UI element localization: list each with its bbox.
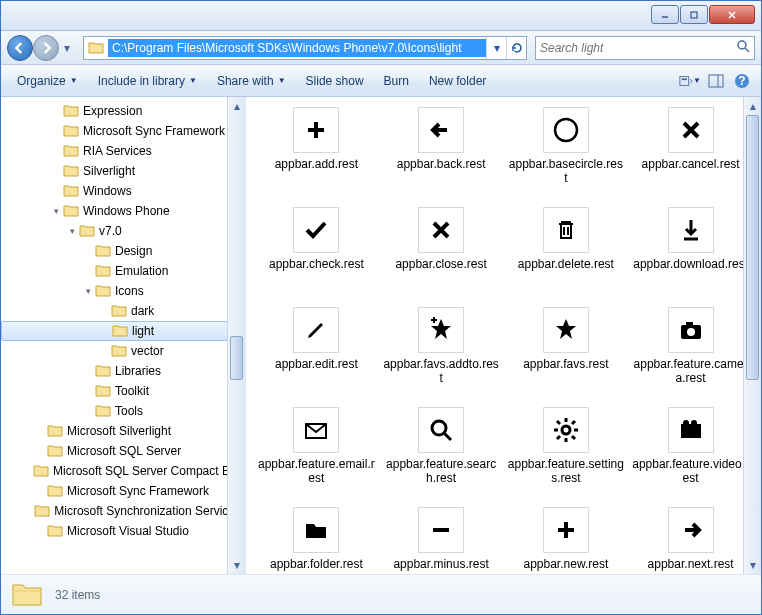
file-name: appbar.favs.rest [519,357,612,371]
tree-scrollbar[interactable]: ▴ ▾ [227,97,245,574]
tree-item[interactable]: RIA Services [1,141,245,161]
tree-item[interactable]: Emulation [1,261,245,281]
file-item[interactable]: appbar.delete.rest [504,205,629,305]
tree-label: v7.0 [99,224,122,238]
file-item[interactable]: appbar.download.rest [628,205,753,305]
view-options-button[interactable]: ▼ [679,70,701,92]
folder-icon [111,343,127,359]
tree-item[interactable]: vector [1,341,245,361]
file-item[interactable]: appbar.close.rest [379,205,504,305]
svg-point-2 [738,41,746,49]
file-thumbnail [418,407,464,453]
chevron-down-icon: ▼ [70,76,78,85]
tree-item[interactable]: Microsoft Silverlight [1,421,245,441]
maximize-button[interactable] [680,5,708,24]
tree-item[interactable]: Microsoft SQL Server Compact Edition [1,461,245,481]
burn-button[interactable]: Burn [376,70,417,92]
scroll-down-button[interactable]: ▾ [228,556,245,574]
file-thumbnail [543,407,589,453]
tree-item[interactable]: Microsoft Visual Studio [1,521,245,541]
folder-icon [86,38,106,58]
tree-item[interactable]: Microsoft Synchronization Services [1,501,245,521]
file-item[interactable]: appbar.cancel.rest [628,105,753,205]
file-item[interactable]: appbar.feature.settings.rest [504,405,629,505]
file-item[interactable]: appbar.edit.rest [254,305,379,405]
file-name: appbar.delete.rest [514,257,618,271]
file-name: appbar.back.rest [393,157,490,171]
search-icon[interactable] [736,39,750,56]
tree-item[interactable]: Libraries [1,361,245,381]
tree-item[interactable]: Windows [1,181,245,201]
scroll-up-button[interactable]: ▴ [228,97,245,115]
new-folder-button[interactable]: New folder [421,70,494,92]
tree-label: Emulation [115,264,168,278]
minimize-button[interactable] [651,5,679,24]
tree-item[interactable]: Microsoft SQL Server [1,441,245,461]
preview-pane-button[interactable] [705,70,727,92]
file-item[interactable]: appbar.feature.camera.rest [628,305,753,405]
refresh-button[interactable] [506,37,526,59]
tree-item[interactable]: ▾v7.0 [1,221,245,241]
tree-item[interactable]: Silverlight [1,161,245,181]
close-button[interactable] [709,5,755,24]
file-item[interactable]: appbar.basecircle.rest [504,105,629,205]
grid-scrollbar[interactable]: ▴ ▾ [743,97,761,574]
tree-label: Microsoft Sync Framework [67,484,209,498]
file-item[interactable]: appbar.feature.email.rest [254,405,379,505]
tree-item[interactable]: Design [1,241,245,261]
folder-tree[interactable]: ExpressionMicrosoft Sync FrameworkRIA Se… [1,97,246,574]
search-input[interactable] [540,41,736,55]
status-bar: 32 items [1,574,761,614]
file-thumbnail [668,507,714,553]
file-item[interactable]: appbar.check.rest [254,205,379,305]
back-button[interactable] [7,35,33,61]
share-label: Share with [217,74,274,88]
scroll-thumb[interactable] [746,115,759,380]
file-name: appbar.check.rest [265,257,368,271]
address-dropdown[interactable]: ▾ [486,37,506,59]
scroll-up-button[interactable]: ▴ [744,97,761,115]
scroll-thumb[interactable] [230,336,243,380]
file-name: appbar.feature.camera.rest [628,357,753,385]
file-item[interactable]: appbar.back.rest [379,105,504,205]
file-item[interactable]: appbar.add.rest [254,105,379,205]
content-area: ExpressionMicrosoft Sync FrameworkRIA Se… [1,97,761,574]
include-library-button[interactable]: Include in library▼ [90,70,205,92]
tree-item[interactable]: dark [1,301,245,321]
nav-history-dropdown[interactable]: ▾ [59,41,75,55]
expand-toggle[interactable]: ▾ [81,286,95,296]
file-name: appbar.feature.video.rest [628,457,753,485]
file-item[interactable]: appbar.feature.search.rest [379,405,504,505]
tree-item[interactable]: ▾Icons [1,281,245,301]
tree-item[interactable]: Expression [1,101,245,121]
forward-button[interactable] [33,35,59,61]
search-box[interactable] [535,36,755,60]
file-item[interactable]: appbar.favs.rest [504,305,629,405]
expand-toggle[interactable]: ▾ [49,206,63,216]
folder-icon [95,403,111,419]
tree-item[interactable]: light [1,321,245,341]
slideshow-button[interactable]: Slide show [298,70,372,92]
tree-item[interactable]: Tools [1,401,245,421]
address-bar[interactable]: C:\Program Files\Microsoft SDKs\Windows … [83,36,527,60]
file-item[interactable]: appbar.feature.video.rest [628,405,753,505]
organize-button[interactable]: Organize▼ [9,70,86,92]
help-button[interactable]: ? [731,70,753,92]
tree-item[interactable]: Toolkit [1,381,245,401]
tree-item[interactable]: ▾Windows Phone [1,201,245,221]
tree-item[interactable]: Microsoft Sync Framework [1,481,245,501]
expand-toggle[interactable]: ▾ [65,226,79,236]
tree-item[interactable]: Microsoft Sync Framework [1,121,245,141]
file-item[interactable]: appbar.minus.rest [379,505,504,574]
file-item[interactable]: appbar.favs.addto.rest [379,305,504,405]
titlebar [1,1,761,31]
file-item[interactable]: appbar.new.rest [504,505,629,574]
folder-icon [63,203,79,219]
tree-label: Microsoft Sync Framework [83,124,225,138]
share-with-button[interactable]: Share with▼ [209,70,294,92]
folder-icon [95,243,111,259]
address-path[interactable]: C:\Program Files\Microsoft SDKs\Windows … [108,39,486,57]
file-item[interactable]: appbar.folder.rest [254,505,379,574]
file-item[interactable]: appbar.next.rest [628,505,753,574]
scroll-down-button[interactable]: ▾ [744,556,761,574]
